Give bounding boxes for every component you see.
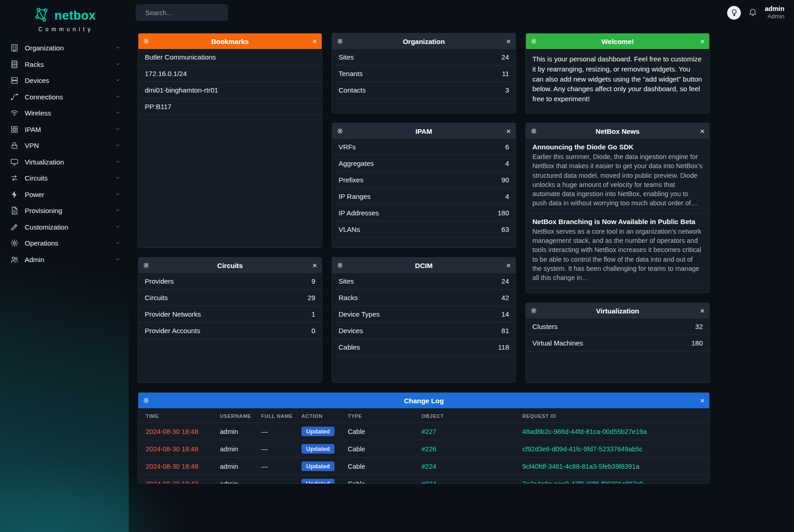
- widget-close-icon[interactable]: ×: [695, 38, 705, 45]
- sidebar-item-racks[interactable]: Racks: [0, 56, 129, 73]
- widget-close-icon[interactable]: ×: [307, 38, 317, 45]
- changelog-request-id-link[interactable]: 48ad8b2c-986d-44fd-81ca-00d55b27e19a: [522, 428, 647, 435]
- bookmark-item[interactable]: 172.16.0.1/24: [138, 66, 322, 82]
- sidebar-item-label: Organization: [25, 44, 109, 52]
- stat-row[interactable]: VLANs63: [332, 221, 515, 238]
- changelog-fullname: —: [257, 475, 298, 484]
- stat-row[interactable]: Virtual Machines180: [526, 335, 709, 351]
- changelog-object-link[interactable]: #226: [422, 445, 436, 453]
- sidebar-item-ipam[interactable]: IPAM: [0, 121, 129, 138]
- widget-config-gear-icon[interactable]: [143, 397, 153, 404]
- widget-config-gear-icon[interactable]: [143, 38, 153, 44]
- sidebar-item-operations[interactable]: Operations: [0, 235, 129, 252]
- sidebar-item-vpn[interactable]: VPN: [0, 137, 129, 154]
- news-article-link[interactable]: Announcing the Diode Go SDK: [532, 143, 703, 151]
- widget-close-icon[interactable]: ×: [695, 127, 705, 135]
- stat-value: 9: [312, 277, 315, 285]
- stat-row[interactable]: Provider Accounts0: [138, 323, 322, 339]
- widget-config-gear-icon[interactable]: [531, 38, 541, 44]
- changelog-object-link[interactable]: #224: [422, 463, 436, 470]
- widget-config-gear-icon[interactable]: [337, 128, 347, 134]
- stat-row[interactable]: Clusters32: [526, 318, 709, 335]
- stat-row[interactable]: Racks42: [332, 290, 515, 306]
- chevron-down-icon: [115, 207, 120, 214]
- chevron-down-icon: [115, 93, 120, 101]
- wifi-icon: [10, 109, 19, 117]
- notifications-bell-button[interactable]: [748, 7, 757, 18]
- sidebar-item-label: Power: [25, 191, 109, 198]
- changelog-object-link[interactable]: #227: [422, 428, 436, 435]
- circuits-widget: Circuits × Providers9 Circuits29 Provide…: [138, 257, 322, 383]
- stat-row[interactable]: VRFs6: [332, 139, 515, 155]
- stat-row[interactable]: Cables118: [332, 339, 515, 356]
- widget-close-icon[interactable]: ×: [695, 307, 705, 315]
- changelog-time-link[interactable]: 2024-08-30 18:48: [146, 428, 198, 435]
- sidebar-item-virtualization[interactable]: Virtualization: [0, 154, 129, 170]
- stat-row[interactable]: Aggregates4: [332, 155, 515, 172]
- changelog-username: admin: [216, 440, 257, 458]
- changelog-time-link[interactable]: 2024-08-30 18:43: [146, 480, 198, 484]
- netbox-logo-icon: [33, 6, 50, 25]
- widget-config-gear-icon[interactable]: [337, 38, 347, 44]
- widget-close-icon[interactable]: ×: [501, 127, 511, 135]
- sidebar-item-organization[interactable]: Organization: [0, 40, 129, 56]
- widget-config-gear-icon[interactable]: [337, 262, 347, 269]
- news-article-link[interactable]: NetBox Branching is Now Available in Pub…: [532, 218, 703, 225]
- bell-icon: [748, 7, 757, 16]
- changelog-request-id-link[interactable]: cf92d3e6-d09d-41fc-9fd7-52337649ab5c: [522, 445, 643, 453]
- widget-config-gear-icon[interactable]: [531, 307, 541, 314]
- stat-row[interactable]: Device Types14: [332, 306, 515, 323]
- dcim-widget-header: DCIM ×: [332, 258, 515, 273]
- changelog-object-link[interactable]: #224: [422, 480, 436, 484]
- stat-row[interactable]: Circuits29: [138, 290, 322, 306]
- widget-config-gear-icon[interactable]: [531, 128, 541, 134]
- changelog-request-id-link[interactable]: 9cf40fdf-3461-4c88-81a3-5feb39f8391a: [522, 463, 640, 470]
- stat-row[interactable]: Sites24: [332, 273, 515, 290]
- stat-row[interactable]: Providers9: [138, 273, 322, 290]
- stat-value: 63: [501, 225, 509, 233]
- changelog-request-id-link[interactable]: 7a3a4a9a-aae0-47f8-88f6-f98301c097c9: [522, 480, 643, 484]
- changelog-time-link[interactable]: 2024-08-30 18:48: [146, 445, 198, 453]
- sidebar-item-connections[interactable]: Connections: [0, 89, 129, 105]
- welcome-widget: Welcome! × This is your personal dashboa…: [526, 33, 710, 114]
- search-box: [136, 4, 228, 21]
- dashboard-column-3: Welcome! × This is your personal dashboa…: [526, 33, 710, 383]
- bookmark-item[interactable]: dmi01-binghamton-rtr01: [138, 82, 322, 99]
- brand[interactable]: netbox Community: [0, 0, 129, 36]
- bookmarks-widget: Bookmarks × Butler Communications 172.16…: [138, 33, 322, 248]
- sidebar-item-circuits[interactable]: Circuits: [0, 170, 129, 186]
- user-menu[interactable]: admin Admin: [765, 5, 784, 20]
- chevron-down-icon: [115, 191, 120, 198]
- sidebar-item-wireless[interactable]: Wireless: [0, 105, 129, 121]
- changelog-time-link[interactable]: 2024-08-30 18:48: [146, 463, 198, 470]
- widget-close-icon[interactable]: ×: [307, 262, 317, 269]
- stat-row[interactable]: Sites24: [332, 49, 515, 66]
- sidebar-item-provisioning[interactable]: Provisioning: [0, 203, 129, 219]
- stat-row[interactable]: IP Addresses180: [332, 205, 515, 221]
- stat-row[interactable]: Contacts3: [332, 82, 515, 99]
- gear-icon: [10, 239, 19, 247]
- widget-config-gear-icon[interactable]: [143, 262, 153, 269]
- widget-title: NetBox News: [541, 127, 695, 135]
- chevron-down-icon: [115, 44, 120, 52]
- sidebar-item-devices[interactable]: Devices: [0, 72, 129, 89]
- sidebar-item-customization[interactable]: Customization: [0, 219, 129, 236]
- widget-close-icon[interactable]: ×: [501, 38, 511, 45]
- sidebar-item-admin[interactable]: Admin: [0, 252, 129, 268]
- widget-close-icon[interactable]: ×: [501, 262, 511, 269]
- sidebar-item-power[interactable]: Power: [0, 186, 129, 203]
- stat-row[interactable]: Tenants11: [332, 66, 515, 82]
- sidebar-item-label: Operations: [25, 239, 109, 247]
- stat-row[interactable]: Devices81: [332, 323, 515, 339]
- stat-row[interactable]: Prefixes90: [332, 172, 515, 188]
- chevron-down-icon: [115, 142, 120, 149]
- search-input[interactable]: [145, 9, 231, 16]
- bookmark-item[interactable]: PP:B117: [138, 99, 322, 115]
- bookmark-item[interactable]: Butler Communications: [138, 49, 322, 66]
- stat-row[interactable]: IP Ranges4: [332, 188, 515, 205]
- theme-toggle-button[interactable]: [727, 6, 741, 20]
- news-article-link[interactable]: A New Look For NetBox and NetBox Labs: [532, 292, 703, 293]
- widget-close-icon[interactable]: ×: [695, 397, 705, 405]
- sidebar-nav: Organization Racks Devices Connections: [0, 40, 129, 268]
- stat-row[interactable]: Provider Networks1: [138, 306, 322, 323]
